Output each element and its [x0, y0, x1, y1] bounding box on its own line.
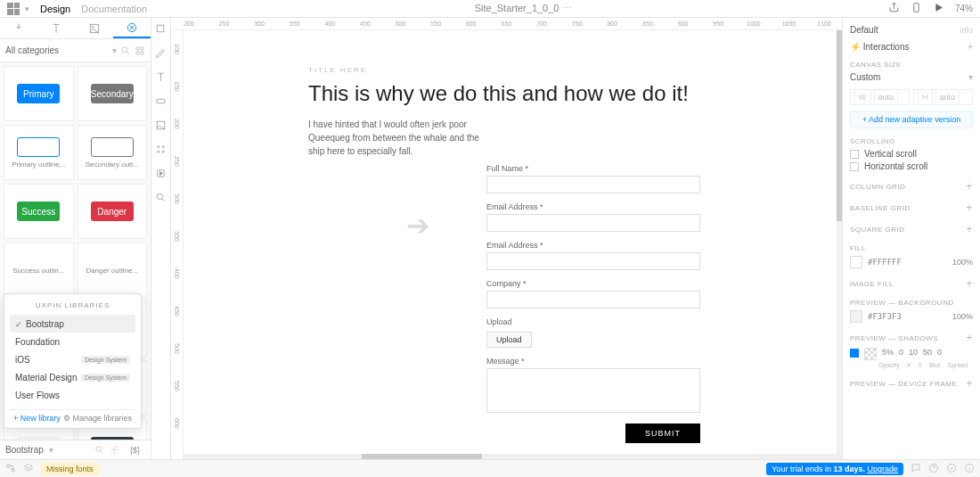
- tab-documentation[interactable]: Documentation: [81, 4, 147, 14]
- info-badge: info: [960, 26, 973, 35]
- canvas-subtitle: TITLE HERE: [308, 66, 771, 74]
- tool-text-icon[interactable]: [155, 71, 167, 85]
- component-primary-outline[interactable]: Primary outline...: [4, 125, 74, 180]
- section-preview-shadows: PREVIEW — SHADOWS: [850, 334, 938, 342]
- interactions-label[interactable]: Interactions: [863, 42, 910, 52]
- settings-icon[interactable]: [110, 445, 119, 455]
- canvas-heading: This is why we do this and how we do it!: [308, 79, 771, 107]
- device-icon[interactable]: [911, 2, 922, 15]
- fill-hex[interactable]: #FFFFFF: [868, 258, 902, 267]
- height-input[interactable]: Hauto: [913, 89, 973, 105]
- chevron-down-icon[interactable]: ▾: [25, 4, 29, 13]
- bg-hex[interactable]: #F3F3F3: [868, 312, 902, 321]
- shadow-label-x: X: [907, 362, 911, 368]
- shadow-blur[interactable]: 50: [923, 348, 932, 357]
- shadow-opacity[interactable]: 5%: [882, 348, 894, 357]
- input-message[interactable]: [486, 368, 700, 413]
- add-baseline-grid[interactable]: +: [966, 201, 973, 214]
- more-icon[interactable]: ⋯: [562, 3, 572, 13]
- app-menu-icon[interactable]: [7, 3, 20, 15]
- check-icon[interactable]: [946, 463, 957, 475]
- component-secondary[interactable]: Secondary: [78, 66, 148, 121]
- component-danger[interactable]: Danger: [78, 184, 148, 239]
- size-mode-select[interactable]: Custom: [850, 72, 880, 82]
- panel-tab-text[interactable]: [37, 18, 75, 38]
- fill-opacity[interactable]: 100%: [952, 258, 973, 267]
- tool-pen-icon[interactable]: [155, 47, 167, 61]
- add-interaction-button[interactable]: +: [968, 42, 973, 52]
- panel-tab-components[interactable]: [113, 18, 151, 38]
- component-danger-outline[interactable]: Danger outline...: [78, 243, 148, 298]
- add-image-fill[interactable]: +: [966, 277, 973, 290]
- lang-tag: {$}: [125, 446, 145, 455]
- component-primary[interactable]: Primary: [4, 66, 74, 121]
- help-icon[interactable]: [928, 463, 939, 475]
- fill-swatch[interactable]: [850, 256, 862, 268]
- tool-shapes-icon[interactable]: [155, 23, 167, 37]
- component-secondary-outline[interactable]: Secondary outl...: [78, 125, 148, 180]
- missing-fonts-badge[interactable]: Missing fonts: [41, 463, 99, 475]
- ruler-vertical: 100150200250300350400450500550600: [171, 30, 184, 459]
- panel-tab-quick[interactable]: [0, 18, 37, 38]
- panel-tab-image[interactable]: [76, 18, 113, 38]
- tab-design[interactable]: Design: [40, 4, 70, 14]
- shadow-label-spread: Spread: [948, 362, 968, 368]
- bolt-icon: ⚡: [850, 42, 861, 52]
- upgrade-link[interactable]: Upgrade: [867, 465, 898, 473]
- upload-button[interactable]: Upload: [486, 332, 532, 348]
- component-success-outline[interactable]: Success outlin...: [4, 243, 74, 298]
- shadow-label-opacity: Opacity: [878, 362, 900, 368]
- comment-icon[interactable]: [911, 463, 921, 475]
- submit-button[interactable]: SUBMIT: [625, 424, 700, 443]
- bg-swatch[interactable]: [850, 310, 862, 323]
- shadow-x[interactable]: 0: [899, 348, 903, 357]
- shadow-enable-checkbox[interactable]: [850, 349, 859, 358]
- input-email2[interactable]: [486, 252, 700, 270]
- bg-opacity[interactable]: 100%: [952, 312, 973, 321]
- input-fullname[interactable]: [486, 176, 700, 193]
- category-select[interactable]: All categories: [5, 45, 109, 55]
- grid-icon[interactable]: [135, 45, 145, 56]
- component-success[interactable]: Success: [4, 184, 74, 239]
- input-email1[interactable]: [486, 214, 700, 232]
- shadow-y[interactable]: 10: [909, 348, 918, 357]
- canvas-vertical-scrollbar[interactable]: [837, 30, 842, 454]
- tool-icons-icon[interactable]: [155, 144, 167, 157]
- width-input[interactable]: Wauto: [850, 89, 910, 105]
- tool-forms-icon[interactable]: [155, 95, 167, 109]
- shadow-color-swatch[interactable]: [864, 348, 877, 360]
- layers-icon[interactable]: [23, 463, 34, 475]
- search-icon[interactable]: [94, 445, 104, 455]
- add-adaptive-button[interactable]: + Add new adaptive version: [850, 111, 973, 128]
- zoom-level[interactable]: 74%: [955, 4, 973, 13]
- trial-banner[interactable]: Your trial ends in 13 days. Upgrade: [766, 463, 903, 475]
- lib-item-material[interactable]: Material DesignDesign System: [10, 368, 135, 386]
- add-square-grid[interactable]: +: [966, 223, 973, 235]
- add-device-frame[interactable]: +: [966, 377, 973, 390]
- lib-item-ios[interactable]: iOSDesign System: [10, 350, 135, 368]
- search-icon[interactable]: [120, 45, 131, 56]
- shadow-spread[interactable]: 0: [937, 348, 942, 357]
- tool-hotspot-icon[interactable]: [155, 168, 167, 181]
- new-library-button[interactable]: + New library: [13, 414, 61, 423]
- library-select[interactable]: Bootstrap: [5, 445, 44, 455]
- section-baseline-grid: BASELINE GRID: [850, 204, 911, 212]
- sitemap-icon[interactable]: [5, 463, 16, 475]
- section-image-fill: IMAGE FILL: [850, 280, 894, 288]
- horizontal-scroll-checkbox[interactable]: Horizontal scroll: [850, 161, 973, 171]
- canvas[interactable]: TITLE HERE This is why we do this and ho…: [184, 30, 842, 459]
- lib-item-bootstrap[interactable]: ✓Bootstrap: [10, 315, 135, 333]
- play-icon[interactable]: [933, 2, 944, 15]
- label-upload: Upload: [486, 317, 700, 326]
- lib-item-flows[interactable]: User Flows: [10, 386, 135, 404]
- share-icon[interactable]: [888, 2, 900, 15]
- tool-search-icon[interactable]: [155, 192, 167, 205]
- input-company[interactable]: [486, 291, 700, 308]
- manage-libraries-button[interactable]: ⚙ Manage libraries: [63, 414, 132, 423]
- add-shadow[interactable]: +: [966, 332, 973, 344]
- info-icon[interactable]: [964, 463, 975, 475]
- vertical-scroll-checkbox[interactable]: Vertical scroll: [850, 149, 973, 159]
- tool-image-icon[interactable]: [155, 119, 167, 133]
- lib-item-foundation[interactable]: Foundation: [10, 333, 135, 350]
- add-column-grid[interactable]: +: [966, 180, 973, 193]
